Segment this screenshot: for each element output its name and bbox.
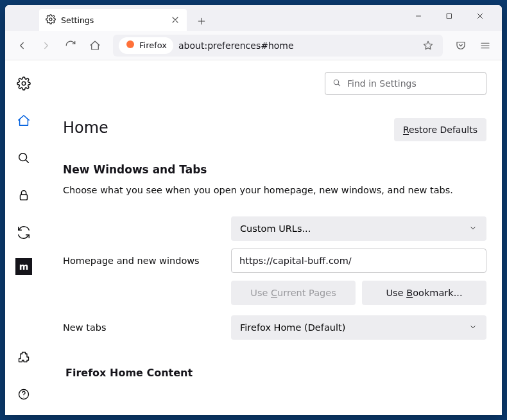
back-button[interactable] [12,35,32,56]
forward-button[interactable] [36,35,56,56]
tab-bar: Settings [5,5,502,31]
sidebar-item-sync[interactable] [12,221,35,244]
section-firefox-home-content-title: Firefox Home Content [65,367,486,379]
page-title: Home [63,119,108,137]
svg-point-8 [334,80,338,84]
close-tab-icon[interactable] [170,15,180,25]
use-current-pages-button[interactable]: Use Current Pages [231,281,356,305]
sidebar-item-help[interactable] [12,383,35,406]
navigation-toolbar: Firefox about:preferences#home [5,31,502,60]
gear-icon [46,14,56,26]
chevron-down-icon [468,322,477,333]
close-window-button[interactable] [466,6,494,26]
use-bookmark-button[interactable]: Use Bookmark... [362,281,486,305]
window-controls [404,5,497,26]
search-placeholder: Find in Settings [347,78,417,89]
svg-rect-1 [447,14,452,19]
search-icon [332,78,342,90]
maximize-button[interactable] [435,6,463,26]
sidebar-item-more[interactable]: m [15,258,32,275]
sidebar-item-general[interactable] [12,72,35,95]
homepage-url-input[interactable] [231,249,486,273]
content-area: m Find in Settings Home Restore Defaults… [5,60,502,415]
section-hint: Choose what you see when you open your h… [63,184,486,197]
new-tabs-value: Firefox Home (Default) [240,322,345,333]
homepage-label: Homepage and new windows [63,256,223,266]
minimize-button[interactable] [404,6,433,26]
new-tab-button[interactable] [192,12,211,31]
new-tabs-select[interactable]: Firefox Home (Default) [231,315,486,340]
svg-point-7 [24,397,24,398]
new-tabs-label: New tabs [63,322,223,333]
sidebar-item-privacy[interactable] [12,184,35,207]
svg-point-2 [126,40,134,48]
svg-point-3 [22,82,26,85]
find-in-settings-input[interactable]: Find in Settings [325,72,486,95]
svg-point-0 [49,18,52,21]
sidebar-item-extensions[interactable] [12,346,35,369]
sidebar-item-home[interactable] [12,109,35,132]
tab-title: Settings [61,15,94,25]
section-new-windows-title: New Windows and Tabs [63,163,486,176]
homepage-mode-select[interactable]: Custom URLs... [231,216,486,241]
restore-defaults-button[interactable]: Restore Defaults [394,118,486,141]
settings-main: Find in Settings Home Restore Defaults N… [42,60,502,415]
pocket-button[interactable] [451,35,471,56]
bookmark-star-icon[interactable] [419,37,437,55]
url-bar[interactable]: Firefox about:preferences#home [113,35,443,57]
sidebar-item-search[interactable] [12,146,35,170]
reload-button[interactable] [60,35,81,56]
homepage-mode-value: Custom URLs... [240,223,311,234]
identity-label: Firefox [139,40,167,50]
home-button[interactable] [85,35,105,56]
svg-rect-5 [21,195,28,200]
chevron-down-icon [468,223,477,234]
app-menu-button[interactable] [475,35,495,56]
identity-pill[interactable]: Firefox [119,37,173,54]
settings-sidebar: m [5,60,42,415]
browser-window: Settings Firefox about:preferences#home [5,5,502,415]
tab-settings[interactable]: Settings [39,9,187,31]
firefox-icon [125,39,135,51]
url-text: about:preferences#home [178,40,414,51]
